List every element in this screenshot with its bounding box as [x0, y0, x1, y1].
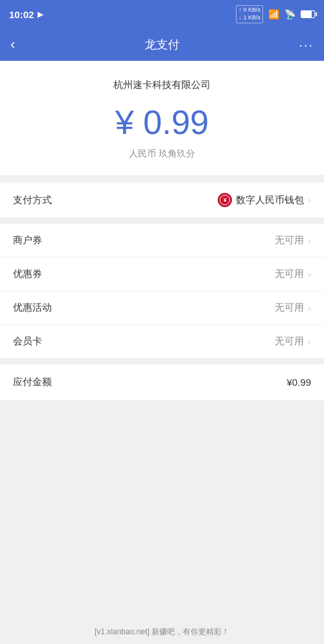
discount-coupon-value: 无可用 — [275, 268, 304, 280]
total-value: ¥0.99 — [286, 377, 311, 388]
location-icon: ▶ — [38, 10, 43, 19]
promo-label: 优惠活动 — [13, 302, 52, 314]
merchant-coupon-value: 无可用 — [275, 234, 304, 247]
discount-coupon-right: 无可用 › — [275, 268, 311, 280]
main-content: 杭州速卡科技有限公司 ¥ 0.99 人民币 玖角玖分 支付方式 ¥ 数字人民币钱… — [0, 61, 324, 644]
payment-right: ¥ 数字人民币钱包 › — [218, 193, 311, 207]
amount-value: ¥ 0.99 — [13, 103, 311, 142]
status-bar: 10:02 ▶ ↑ 0 KB/s ↓ 1 KB/s 📶 📡 — [0, 0, 324, 28]
member-card-row[interactable]: 会员卡 无可用 › — [0, 325, 324, 358]
amount-card: 杭州速卡科技有限公司 ¥ 0.99 人民币 玖角玖分 — [0, 61, 324, 176]
discount-coupon-label: 优惠券 — [13, 268, 42, 280]
more-button[interactable]: ··· — [299, 38, 314, 52]
footer: [v1.xianbao.net] 新赚吧，有你更精彩！ — [0, 620, 324, 644]
chevron-right-icon-2: › — [308, 269, 311, 280]
signal-icon: 📶 — [268, 9, 279, 19]
promo-row[interactable]: 优惠活动 无可用 › — [0, 291, 324, 325]
promo-value: 无可用 — [275, 302, 304, 314]
gap-2 — [0, 217, 324, 224]
chevron-right-icon: › — [308, 195, 311, 205]
payment-label: 支付方式 — [13, 194, 52, 206]
page-title: 龙支付 — [145, 37, 179, 52]
total-label: 应付金额 — [13, 376, 52, 388]
merchant-coupon-row[interactable]: 商户券 无可用 › — [0, 224, 324, 258]
network-info: ↑ 0 KB/s ↓ 1 KB/s — [236, 5, 263, 23]
merchant-coupon-label: 商户券 — [13, 234, 42, 247]
member-card-label: 会员卡 — [13, 335, 42, 348]
battery-icon — [301, 10, 315, 18]
total-row: 应付金额 ¥0.99 — [0, 364, 324, 400]
merchant-name: 杭州速卡科技有限公司 — [13, 79, 311, 91]
time-label: 10:02 — [9, 9, 34, 20]
amount-text: 人民币 玖角玖分 — [13, 148, 311, 160]
member-card-right: 无可用 › — [275, 335, 311, 348]
status-right: ↑ 0 KB/s ↓ 1 KB/s 📶 📡 — [236, 5, 315, 23]
digital-wallet-icon: ¥ — [218, 193, 232, 207]
payment-method: 数字人民币钱包 — [236, 194, 304, 206]
promo-right: 无可用 › — [275, 302, 311, 314]
discount-section: 商户券 无可用 › 优惠券 无可用 › 优惠活动 无可用 › 会员卡 无可用 — [0, 224, 324, 358]
total-section: 应付金额 ¥0.99 — [0, 364, 324, 400]
chevron-right-icon-4: › — [308, 337, 311, 347]
discount-coupon-row[interactable]: 优惠券 无可用 › — [0, 258, 324, 291]
chevron-right-icon-3: › — [308, 303, 311, 313]
status-left: 10:02 ▶ — [9, 9, 43, 20]
payment-section: 支付方式 ¥ 数字人民币钱包 › — [0, 183, 324, 217]
member-card-value: 无可用 — [275, 335, 304, 348]
gap-3 — [0, 358, 324, 364]
payment-method-row[interactable]: 支付方式 ¥ 数字人民币钱包 › — [0, 183, 324, 217]
wifi-icon: 📡 — [284, 9, 295, 19]
gap-1 — [0, 176, 324, 183]
back-button[interactable]: ‹ — [10, 36, 15, 53]
footer-text: [v1.xianbao.net] 新赚吧，有你更精彩！ — [95, 627, 229, 636]
wallet-inner: ¥ — [220, 195, 230, 205]
merchant-coupon-right: 无可用 › — [275, 234, 311, 247]
chevron-right-icon-1: › — [308, 236, 311, 246]
header: ‹ 龙支付 ··· — [0, 28, 324, 61]
